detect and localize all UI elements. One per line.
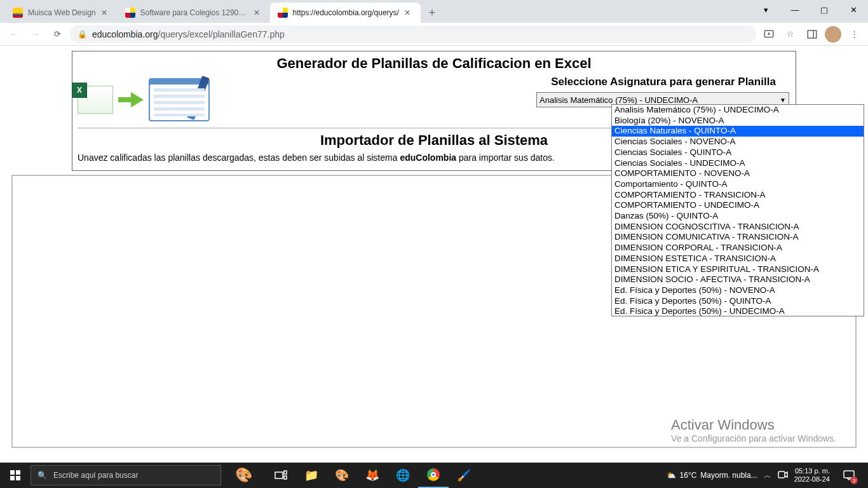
asignatura-dropdown-list[interactable]: Analisis Matemático (75%) - UNDECIMO-ABi… — [611, 104, 864, 316]
dropdown-option[interactable]: Danzas (50%) - QUINTO-A — [612, 211, 864, 222]
search-placeholder: Escribe aquí para buscar — [53, 471, 138, 480]
maximize-button[interactable]: ▢ — [810, 0, 839, 19]
svg-rect-3 — [275, 472, 283, 478]
window-controls: ▾ — ▢ ✕ — [751, 0, 868, 19]
dropdown-option[interactable]: Ed. Física y Deportes (50%) - NOVENO-A — [612, 285, 864, 296]
chevron-down-icon: ▼ — [780, 97, 786, 104]
pen-icon — [187, 76, 209, 120]
action-center-button[interactable]: 3 — [836, 463, 862, 488]
weather-cloud-icon: ⛅ — [667, 471, 676, 480]
url-domain: educolombia.org — [92, 29, 158, 39]
close-window-button[interactable]: ✕ — [839, 0, 868, 19]
favicon-icon — [125, 8, 135, 18]
favicon-icon — [13, 8, 23, 18]
forward-button[interactable]: → — [27, 25, 44, 43]
dropdown-option[interactable]: Analisis Matemático (75%) - UNDECIMO-A — [612, 105, 864, 116]
firefox-icon[interactable]: 🦊 — [357, 463, 388, 488]
tab-label: Muisca Web Design — [28, 8, 96, 17]
start-button[interactable] — [0, 463, 31, 488]
favicon-icon — [278, 8, 288, 18]
dropdown-option[interactable]: Biología (20%) - NOVENO-A — [612, 116, 864, 126]
chrome-icon[interactable] — [418, 463, 449, 488]
search-icon: 🔍 — [37, 471, 47, 480]
task-view-button[interactable] — [266, 463, 296, 488]
dropdown-option[interactable]: DIMENSION ESTETICA - TRANSICION-A — [612, 254, 864, 264]
mspaint-icon[interactable]: 🖌️ — [449, 463, 479, 488]
app-icon-paint[interactable]: 🎨 — [327, 463, 357, 488]
browser-tab[interactable]: Software para Colegios 1290. Sist✕ — [118, 3, 270, 23]
tray-meet-now-icon[interactable] — [778, 470, 788, 481]
weather-text: Mayorm. nubla... — [700, 471, 757, 480]
taskbar-clock[interactable]: 05:13 p. m. 2022-08-24 — [794, 467, 830, 484]
minimize-button[interactable]: — — [780, 0, 810, 19]
dropdown-option[interactable]: Ciencias Sociales - QUINTO-A — [612, 147, 864, 158]
dropdown-option[interactable]: COMPORTAMIENTO - TRANSICION-A — [612, 190, 864, 201]
svg-rect-1 — [808, 30, 817, 38]
browser-tab-strip: Muisca Web Design✕Software para Colegios… — [0, 0, 868, 23]
tab-close-icon[interactable]: ✕ — [101, 8, 110, 17]
excel-icon — [78, 86, 113, 114]
windows-taskbar: 🔍 Escribe aquí para buscar 🎨 📁 🎨 🦊 🌐 🖌️ … — [0, 463, 868, 488]
svg-rect-6 — [778, 471, 785, 478]
select-label: Seleccione Asignatura para generar Plani… — [536, 76, 790, 88]
form-icon — [149, 78, 210, 121]
bookmark-star-icon[interactable]: ☆ — [782, 25, 799, 43]
svg-rect-5 — [284, 476, 287, 479]
tab-label: Software para Colegios 1290. Sist — [140, 8, 248, 17]
dropdown-option[interactable]: DIMENSION COGNOSCITIVA - TRANSICION-A — [612, 222, 864, 233]
dropdown-option[interactable]: DIMENSION ETICA Y ESPIRITUAL - TRANSICIO… — [612, 264, 864, 275]
weather-temp: 16°C — [680, 471, 697, 480]
weather-widget[interactable]: ⛅ 16°C Mayorm. nubla... — [667, 471, 757, 480]
tab-label: https://educolombia.org/querys/ — [293, 8, 399, 17]
tab-close-icon[interactable]: ✕ — [254, 8, 262, 17]
file-explorer-icon[interactable]: 📁 — [296, 463, 327, 488]
search-highlight-icon[interactable]: 🎨 — [221, 467, 266, 484]
header-illustration — [78, 76, 210, 126]
arrow-right-icon — [118, 92, 144, 107]
lock-icon: 🔒 — [78, 30, 87, 39]
taskbar-search[interactable]: 🔍 Escribe aquí para buscar — [31, 465, 221, 485]
select-value: Analisis Matemático (75%) - UNDECIMO-A — [539, 95, 698, 105]
profile-avatar[interactable] — [825, 26, 841, 43]
address-bar[interactable]: 🔒 educolombia.org/querys/excel/planillaG… — [70, 25, 756, 43]
browser-toolbar: ← → ⟳ 🔒 educolombia.org/querys/excel/pla… — [0, 23, 868, 46]
dropdown-option[interactable]: Ed. Física y Deportes (50%) - UNDECIMO-A — [612, 306, 864, 316]
chrome-menu-icon[interactable]: ⋮ — [845, 25, 863, 43]
dropdown-option[interactable]: COMPORTAMIENTO - NOVENO-A — [612, 168, 864, 179]
page-title: Generador de Planillas de Calificacion e… — [78, 55, 790, 72]
browser-tab[interactable]: Muisca Web Design✕ — [5, 3, 118, 23]
edge-icon[interactable]: 🌐 — [388, 463, 418, 488]
new-tab-button[interactable]: + — [423, 4, 441, 22]
dropdown-option[interactable]: DIMENSION COMUNICATIVA - TRANSICION-A — [612, 232, 864, 243]
notification-badge: 3 — [850, 477, 858, 484]
dropdown-option[interactable]: Ciencias Sociales - UNDECIMO-A — [612, 158, 864, 169]
dropdown-option[interactable]: Comportamiento - QUINTO-A — [612, 179, 864, 190]
caret-down-icon[interactable]: ▾ — [751, 0, 780, 19]
browser-tab[interactable]: https://educolombia.org/querys/✕ — [270, 3, 421, 23]
dropdown-option[interactable]: COMPORTAMIENTO - UNDECIMO-A — [612, 200, 864, 211]
tray-chevron-up-icon[interactable]: ︿ — [764, 470, 771, 481]
dropdown-option[interactable]: DIMENSION SOCIO - AFECTIVA - TRANSICION-… — [612, 274, 864, 285]
dropdown-option[interactable]: DIMENSION CORPORAL - TRANSICION-A — [612, 243, 864, 254]
dropdown-option[interactable]: Ed. Física y Deportes (50%) - QUINTO-A — [612, 296, 864, 307]
tab-close-icon[interactable]: ✕ — [404, 8, 413, 17]
back-button[interactable]: ← — [5, 25, 23, 43]
dropdown-option[interactable]: Ciencias Sociales - NOVENO-A — [612, 137, 864, 147]
windows-activation-watermark: Activar Windows Ve a Configuración para … — [671, 417, 836, 444]
svg-rect-4 — [284, 471, 287, 474]
dropdown-option[interactable]: Ciencias Naturales - QUINTO-A — [612, 126, 864, 137]
side-panel-icon[interactable] — [803, 25, 821, 43]
url-path: /querys/excel/planillaGen77.php — [158, 29, 285, 39]
install-app-icon[interactable] — [760, 25, 778, 43]
reload-button[interactable]: ⟳ — [48, 25, 66, 43]
